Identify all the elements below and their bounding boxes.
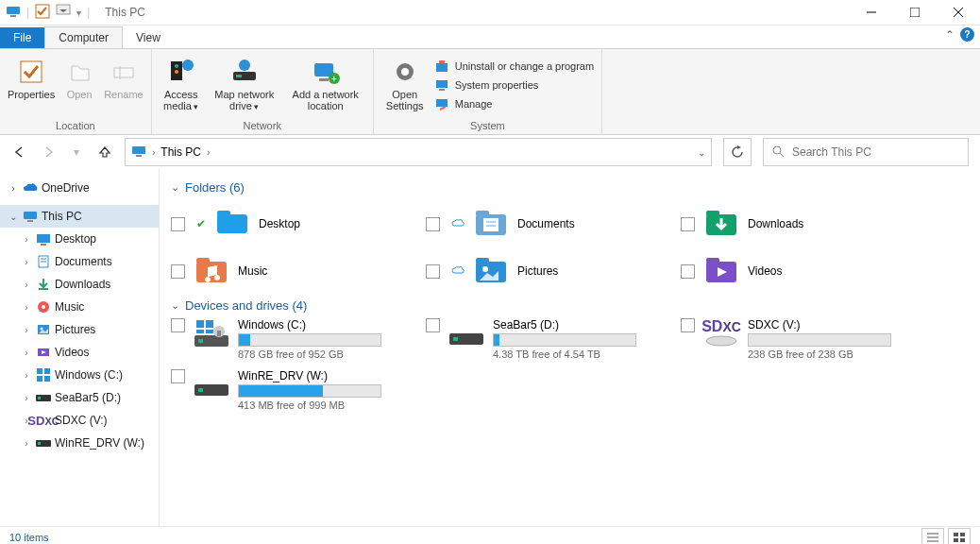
chevron-right-icon[interactable]: › bbox=[8, 183, 19, 194]
drive-item[interactable]: SDXCSDXC (V:)238 GB free of 238 GB bbox=[681, 318, 926, 360]
maximize-button[interactable] bbox=[893, 0, 937, 25]
crumb-sep-icon[interactable]: › bbox=[152, 147, 155, 158]
capacity-bar bbox=[493, 333, 636, 347]
minimize-button[interactable] bbox=[850, 0, 893, 25]
nav-item-icon bbox=[36, 322, 51, 337]
item-checkbox[interactable] bbox=[171, 369, 185, 383]
search-input[interactable]: Search This PC bbox=[763, 138, 969, 166]
svg-text:+: + bbox=[331, 74, 337, 84]
rename-button[interactable]: Rename bbox=[104, 53, 144, 120]
drive-item[interactable]: WinRE_DRV (W:)413 MB free of 999 MB bbox=[171, 369, 416, 411]
folder-item[interactable]: Videos bbox=[681, 247, 926, 295]
details-view-button[interactable] bbox=[921, 528, 944, 544]
nav-thispc[interactable]: ⌄ This PC bbox=[0, 205, 159, 228]
svg-rect-66 bbox=[476, 258, 489, 264]
item-checkbox[interactable] bbox=[426, 264, 440, 279]
chevron-right-icon[interactable]: › bbox=[21, 302, 32, 313]
uninstall-program-button[interactable]: Uninstall or change a program bbox=[434, 57, 594, 76]
item-checkbox[interactable] bbox=[171, 318, 185, 332]
recent-dropdown-icon[interactable]: ▾ bbox=[68, 144, 85, 161]
nav-item[interactable]: ›Pictures bbox=[0, 318, 159, 341]
folder-item[interactable]: Music bbox=[171, 247, 416, 295]
checkbox-qat-icon[interactable] bbox=[35, 4, 50, 22]
nav-item-label: Videos bbox=[55, 346, 89, 359]
item-checkbox[interactable] bbox=[171, 217, 185, 231]
open-button[interactable]: Open bbox=[60, 53, 98, 120]
item-checkbox[interactable] bbox=[681, 217, 695, 231]
nav-item[interactable]: ›Downloads bbox=[0, 273, 159, 296]
nav-item[interactable]: ›WinRE_DRV (W:) bbox=[0, 432, 159, 454]
svg-rect-57 bbox=[476, 211, 489, 216]
chevron-right-icon[interactable]: › bbox=[21, 370, 32, 381]
folder-item[interactable]: ✔Desktop bbox=[171, 200, 416, 247]
nav-item-label: SeaBar5 (D:) bbox=[55, 391, 121, 404]
item-checkbox[interactable] bbox=[426, 318, 440, 332]
nav-onedrive[interactable]: › OneDrive bbox=[0, 177, 159, 199]
qat-dropdown-icon[interactable] bbox=[56, 4, 71, 22]
large-icons-view-button[interactable] bbox=[948, 528, 971, 544]
folder-item[interactable]: Downloads bbox=[681, 200, 926, 247]
manage-button[interactable]: Manage bbox=[434, 94, 594, 113]
svg-point-31 bbox=[773, 146, 781, 154]
svg-rect-36 bbox=[41, 244, 46, 246]
up-button[interactable] bbox=[96, 144, 113, 161]
folder-item[interactable]: Documents bbox=[426, 200, 671, 247]
pc-icon bbox=[23, 209, 38, 224]
nav-item[interactable]: ›Desktop bbox=[0, 228, 159, 250]
svg-rect-75 bbox=[206, 330, 213, 333]
address-bar[interactable]: › This PC › ⌄ bbox=[125, 138, 712, 166]
forward-button[interactable] bbox=[40, 144, 57, 161]
nav-item-label: Windows (C:) bbox=[55, 368, 123, 382]
svg-rect-53 bbox=[38, 442, 41, 445]
chevron-down-icon[interactable]: ⌄ bbox=[8, 212, 19, 222]
item-checkbox[interactable] bbox=[171, 264, 185, 279]
chevron-down-icon: ⌄ bbox=[171, 181, 179, 194]
drive-icon bbox=[193, 369, 230, 400]
refresh-button[interactable] bbox=[723, 138, 752, 166]
properties-button[interactable]: Properties bbox=[8, 53, 55, 120]
pc-icon bbox=[131, 144, 146, 162]
item-checkbox[interactable] bbox=[681, 318, 695, 332]
tab-file[interactable]: File bbox=[0, 27, 44, 48]
tab-computer[interactable]: Computer bbox=[44, 26, 123, 48]
crumb-sep-icon[interactable]: › bbox=[207, 147, 210, 158]
qat-overflow-icon[interactable]: ▾ bbox=[76, 8, 81, 18]
drive-item[interactable]: Windows (C:)878 GB free of 952 GB bbox=[171, 318, 416, 360]
system-properties-button[interactable]: System properties bbox=[434, 76, 594, 94]
svg-rect-25 bbox=[439, 60, 445, 63]
item-checkbox[interactable] bbox=[426, 217, 440, 231]
back-button[interactable] bbox=[11, 144, 28, 161]
group-header-folders[interactable]: ⌄ Folders (6) bbox=[171, 180, 969, 195]
item-checkbox[interactable] bbox=[681, 264, 695, 279]
chevron-right-icon[interactable]: › bbox=[21, 325, 32, 335]
address-dropdown-icon[interactable]: ⌄ bbox=[698, 147, 705, 158]
map-drive-button[interactable]: Map network drive bbox=[209, 53, 280, 120]
nav-item[interactable]: ›SeaBar5 (D:) bbox=[0, 386, 159, 409]
chevron-right-icon[interactable]: › bbox=[21, 257, 32, 267]
drive-item[interactable]: SeaBar5 (D:)4.38 TB free of 4.54 TB bbox=[426, 318, 671, 360]
chevron-right-icon[interactable]: › bbox=[21, 348, 32, 358]
folder-icon bbox=[193, 252, 230, 290]
nav-item[interactable]: ›Videos bbox=[0, 341, 159, 364]
capacity-bar bbox=[238, 333, 381, 347]
chevron-right-icon[interactable]: › bbox=[21, 234, 32, 245]
folder-item[interactable]: Pictures bbox=[426, 247, 671, 295]
ribbon-collapse-icon[interactable]: ⌃ bbox=[945, 28, 955, 42]
open-settings-button[interactable]: Open Settings bbox=[381, 53, 429, 120]
svg-point-79 bbox=[706, 336, 736, 346]
chevron-right-icon[interactable]: › bbox=[21, 280, 32, 290]
chevron-right-icon[interactable]: › bbox=[21, 393, 32, 403]
group-header-drives[interactable]: ⌄ Devices and drives (4) bbox=[171, 298, 969, 313]
close-button[interactable] bbox=[937, 0, 980, 25]
nav-item[interactable]: ›SDXCSDXC (V:) bbox=[0, 409, 159, 432]
add-network-location-button[interactable]: + Add a network location bbox=[286, 53, 365, 120]
help-icon[interactable]: ? bbox=[960, 27, 974, 42]
nav-item[interactable]: ›Music bbox=[0, 296, 159, 318]
nav-item[interactable]: ›Documents bbox=[0, 250, 159, 273]
tab-view[interactable]: View bbox=[123, 27, 174, 48]
nav-item[interactable]: ›Windows (C:) bbox=[0, 364, 159, 386]
svg-point-12 bbox=[175, 64, 178, 68]
access-media-button[interactable]: Access media bbox=[160, 53, 203, 120]
breadcrumb[interactable]: This PC bbox=[161, 145, 201, 159]
chevron-right-icon[interactable]: › bbox=[21, 438, 32, 449]
